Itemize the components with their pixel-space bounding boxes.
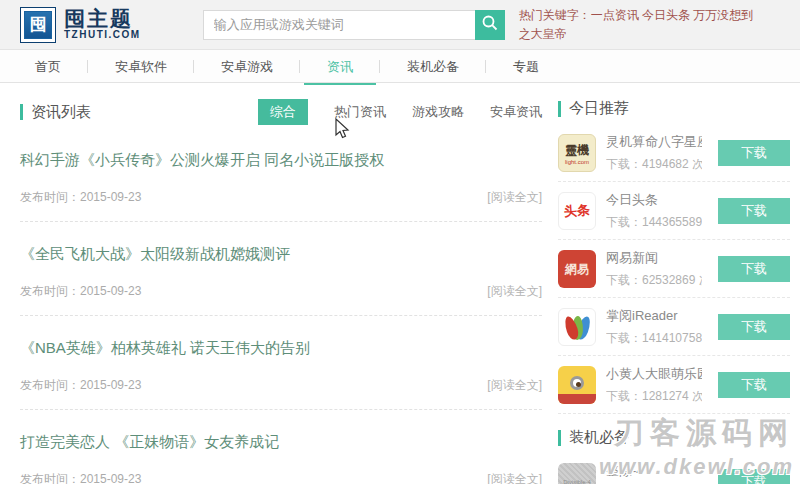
app-name[interactable]: 灵机算命八字星座解梦风 — [606, 133, 702, 151]
app-download-count: 下载：144365589 次 — [606, 214, 702, 231]
essential-title: 装机必备 — [569, 428, 629, 447]
download-button[interactable]: 下载 — [718, 469, 790, 484]
lingji-icon-subtext: light.com — [565, 159, 589, 165]
app-item-netease-news: 網易 网易新闻 下载：62532869 次 下载 — [558, 244, 790, 298]
app-item-ireader: 掌阅iReader 下载：141410758 次 下载 — [558, 302, 790, 356]
app-item-lingji: 靈機 light.com 灵机算命八字星座解梦风 下载：4194682 次 下载 — [558, 128, 790, 182]
article-title-link[interactable]: 《NBA英雄》柏林英雄礼 诺天王伟大的告别 — [20, 339, 542, 358]
sidebar: 今日推荐 靈機 light.com 灵机算命八字星座解梦风 下载：4194682… — [558, 99, 790, 484]
tab-game-guides[interactable]: 游戏攻略 — [412, 103, 464, 121]
nav-item-android-games[interactable]: 安卓游戏 — [194, 50, 300, 83]
article-meta: 发布时间：2015-09-23 [阅读全文] — [20, 471, 542, 484]
tab-all[interactable]: 综合 — [258, 99, 308, 125]
netease-icon-text: 網易 — [565, 261, 589, 278]
nav-item-android-software[interactable]: 安卓软件 — [88, 50, 194, 83]
app-info: 掌阅iReader 下载：141410758 次 — [606, 307, 702, 347]
search-icon — [481, 14, 499, 35]
search-bar — [203, 10, 505, 40]
nav-item-essentials[interactable]: 装机必备 — [380, 50, 486, 83]
recommend-title: 今日推荐 — [569, 99, 629, 118]
publish-date: 发布时间：2015-09-23 — [20, 377, 141, 394]
active-tab-underline — [304, 83, 376, 85]
article-row: 打造完美恋人 《正妹物语》女友养成记 发布时间：2015-09-23 [阅读全文… — [20, 433, 542, 484]
read-more-link[interactable]: [阅读全文] — [487, 189, 542, 206]
minion-app-icon — [558, 366, 596, 404]
minion-eye-shape — [570, 376, 584, 390]
article-row: 科幻手游《小兵传奇》公测火爆开启 同名小说正版授权 发布时间：2015-09-2… — [20, 151, 542, 222]
toutiao-app-icon: 头条 — [558, 192, 596, 230]
search-button[interactable] — [475, 10, 505, 40]
article-meta: 发布时间：2015-09-23 [阅读全文] — [20, 189, 542, 221]
nav-item-home[interactable]: 首页 — [8, 50, 88, 83]
site-logo-text: 囤主题 TZHUTI.COM — [64, 8, 141, 41]
site-logo-icon: 囤 — [20, 7, 56, 43]
zhengchu-app-icon: Divisible-4 — [558, 463, 596, 484]
essential-section-header: 装机必备 — [558, 428, 790, 447]
download-button[interactable]: 下载 — [718, 314, 790, 340]
app-download-count: 下载：4194682 次 — [606, 156, 702, 173]
app-info: 小黄人大眼萌乐园 下载：1281274 次 — [606, 365, 702, 405]
site-logo[interactable]: 囤 囤主题 TZHUTI.COM — [20, 7, 141, 43]
app-name[interactable]: 今日头条 — [606, 191, 702, 209]
publish-date: 发布时间：2015-09-23 — [20, 189, 141, 206]
app-download-count: 下载：1281274 次 — [606, 388, 702, 405]
article-title-link[interactable]: 科幻手游《小兵传奇》公测火爆开启 同名小说正版授权 — [20, 151, 542, 170]
article-meta: 发布时间：2015-09-23 [阅读全文] — [20, 377, 542, 409]
news-filter-tabs: 综合 热门资讯 游戏攻略 安卓资讯 — [258, 99, 542, 125]
app-item-minions: 小黄人大眼萌乐园 下载：1281274 次 下载 — [558, 360, 790, 414]
tab-hot-news[interactable]: 热门资讯 — [334, 103, 386, 121]
app-download-count: 下载：62532869 次 — [606, 272, 702, 289]
lingji-app-icon: 靈機 light.com — [558, 134, 596, 172]
read-more-link[interactable]: [阅读全文] — [487, 471, 542, 484]
article-title-link[interactable]: 《全民飞机大战》太阳级新战机嫦娥测评 — [20, 245, 542, 264]
download-button[interactable]: 下载 — [718, 140, 790, 166]
app-name[interactable]: 整除-4 — [606, 462, 702, 480]
read-more-link[interactable]: [阅读全文] — [487, 283, 542, 300]
toutiao-icon-text: 头条 — [563, 201, 590, 221]
app-info: 今日头条 下载：144365589 次 — [606, 191, 702, 231]
app-download-count: 下载：141410758 次 — [606, 330, 702, 347]
download-button[interactable]: 下载 — [718, 372, 790, 398]
nav-item-news-label: 资讯 — [327, 59, 353, 74]
recommend-section-header: 今日推荐 — [558, 99, 790, 118]
read-more-link[interactable]: [阅读全文] — [487, 377, 542, 394]
article-title-link[interactable]: 打造完美恋人 《正妹物语》女友养成记 — [20, 433, 542, 452]
main-content: 资讯列表 综合 热门资讯 游戏攻略 安卓资讯 科幻手游《小兵传奇》公测火爆开启 … — [0, 83, 800, 484]
tab-android-news[interactable]: 安卓资讯 — [490, 103, 542, 121]
article-list: 科幻手游《小兵传奇》公测火爆开启 同名小说正版授权 发布时间：2015-09-2… — [20, 151, 542, 484]
app-item-zhengchu: Divisible-4 整除-4 下载：0 次 下载 — [558, 457, 790, 484]
article-row: 《NBA英雄》柏林英雄礼 诺天王伟大的告别 发布时间：2015-09-23 [阅… — [20, 339, 542, 410]
app-name[interactable]: 小黄人大眼萌乐园 — [606, 365, 702, 383]
section-accent-bar — [20, 104, 23, 120]
nav-item-topics[interactable]: 专题 — [486, 50, 566, 83]
page-header: 囤 囤主题 TZHUTI.COM 热门关键字：一点资讯 今日头条 万万没想到之大… — [0, 0, 800, 50]
app-info: 灵机算命八字星座解梦风 下载：4194682 次 — [606, 133, 702, 173]
site-domain: TZHUTI.COM — [64, 30, 141, 41]
news-section-header: 资讯列表 综合 热门资讯 游戏攻略 安卓资讯 — [20, 99, 542, 125]
download-button[interactable]: 下载 — [718, 198, 790, 224]
download-button[interactable]: 下载 — [718, 256, 790, 282]
news-column: 资讯列表 综合 热门资讯 游戏攻略 安卓资讯 科幻手游《小兵传奇》公测火爆开启 … — [20, 99, 542, 484]
news-list-title: 资讯列表 — [31, 103, 91, 122]
app-info: 网易新闻 下载：62532869 次 — [606, 249, 702, 289]
site-title: 囤主题 — [64, 8, 141, 30]
netease-app-icon: 網易 — [558, 250, 596, 288]
search-input[interactable] — [203, 10, 475, 40]
minion-body-shape — [558, 394, 596, 404]
article-row: 《全民飞机大战》太阳级新战机嫦娥测评 发布时间：2015-09-23 [阅读全文… — [20, 245, 542, 316]
app-name[interactable]: 网易新闻 — [606, 249, 702, 267]
lingji-icon-text: 靈機 — [565, 142, 589, 159]
nav-item-news[interactable]: 资讯 — [300, 50, 380, 83]
app-info: 整除-4 下载：0 次 — [606, 462, 702, 484]
ireader-app-icon — [558, 308, 596, 346]
app-item-toutiao: 头条 今日头条 下载：144365589 次 下载 — [558, 186, 790, 240]
article-meta: 发布时间：2015-09-23 [阅读全文] — [20, 283, 542, 315]
publish-date: 发布时间：2015-09-23 — [20, 471, 141, 484]
section-accent-bar — [558, 430, 561, 446]
main-nav: 首页 安卓软件 安卓游戏 资讯 装机必备 专题 — [0, 50, 800, 83]
hot-keywords-label: 热门关键字： — [519, 8, 591, 22]
hot-keywords: 热门关键字：一点资讯 今日头条 万万没想到之大皇帝 — [519, 6, 761, 43]
publish-date: 发布时间：2015-09-23 — [20, 283, 141, 300]
app-name[interactable]: 掌阅iReader — [606, 307, 702, 325]
zhengchu-icon-text: Divisible-4 — [563, 479, 591, 484]
